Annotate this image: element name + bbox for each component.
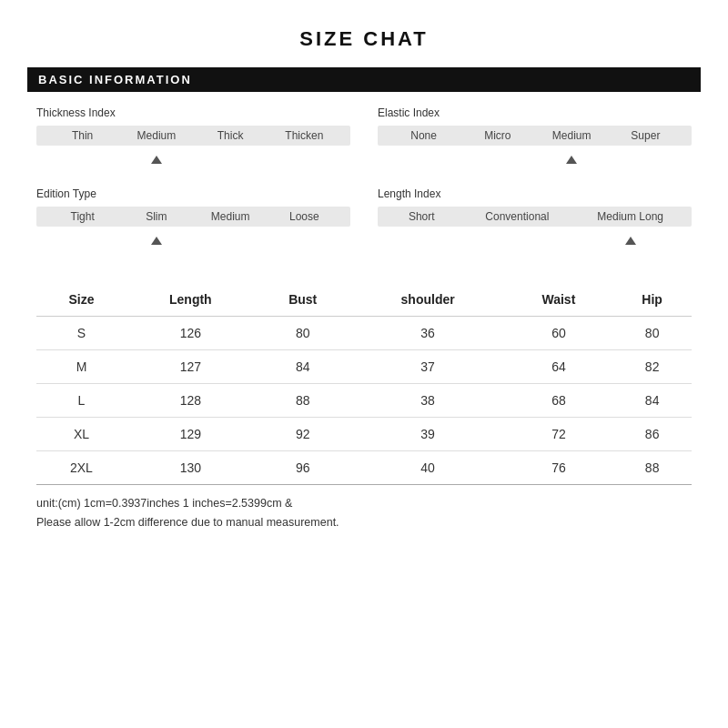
length-triangle — [625, 237, 636, 245]
table-row: XL12992397286 — [36, 418, 692, 451]
thickness-arrow — [119, 151, 193, 167]
size-table-wrapper: Size Length Bust shoulder Waist Hip S126… — [27, 283, 701, 485]
thickness-block: Thickness Index Thin Medium Thick Thicke… — [36, 106, 350, 175]
length-item-2: Medium Long — [578, 210, 682, 223]
cell-3-1: 129 — [126, 418, 255, 451]
edition-item-2: Medium — [194, 210, 268, 223]
cell-4-4: 76 — [505, 451, 613, 485]
cell-0-0: S — [36, 317, 126, 350]
section-header: BASIC INFORMATION — [27, 67, 701, 92]
cell-2-3: 38 — [351, 384, 505, 418]
elastic-label: Elastic Index — [378, 106, 692, 119]
cell-0-1: 126 — [126, 317, 255, 350]
cell-4-5: 88 — [612, 451, 692, 485]
elastic-arrow-flex — [387, 151, 682, 167]
edition-label: Edition Type — [36, 187, 350, 200]
thickness-arrow-flex — [46, 151, 341, 167]
edition-block: Edition Type Tight Slim Medium Loose — [36, 187, 350, 256]
length-bar: Short Conventional Medium Long — [378, 207, 692, 227]
length-item-0: Short — [387, 210, 456, 223]
edition-arrow-flex — [46, 232, 341, 248]
cell-1-5: 82 — [612, 350, 692, 384]
elastic-block: Elastic Index None Micro Medium Super — [378, 106, 692, 175]
footnote-1: unit:(cm) 1cm=0.3937inches 1 inches=2.53… — [36, 494, 692, 513]
thickness-item-3: Thicken — [268, 129, 341, 142]
cell-4-2: 96 — [255, 451, 351, 485]
cell-1-0: M — [36, 350, 126, 384]
thickness-item-0: Thin — [46, 129, 119, 142]
length-arrow-flex — [387, 232, 682, 248]
cell-1-3: 37 — [351, 350, 505, 384]
elastic-arrow-row — [378, 149, 692, 175]
cell-1-4: 64 — [505, 350, 613, 384]
cell-1-2: 84 — [255, 350, 351, 384]
cell-3-2: 92 — [255, 418, 351, 451]
elastic-triangle — [566, 156, 577, 164]
table-row: L12888386884 — [36, 384, 692, 418]
thickness-bar: Thin Medium Thick Thicken — [36, 126, 350, 146]
cell-2-5: 84 — [612, 384, 692, 418]
edition-arrow — [119, 232, 193, 248]
elastic-item-2: Medium — [535, 129, 609, 142]
col-shoulder: shoulder — [351, 283, 505, 317]
table-row: 2XL13096407688 — [36, 451, 692, 485]
elastic-bar: None Micro Medium Super — [378, 126, 692, 146]
cell-0-5: 80 — [612, 317, 692, 350]
col-bust: Bust — [255, 283, 351, 317]
cell-1-1: 127 — [126, 350, 255, 384]
cell-4-1: 130 — [126, 451, 255, 485]
cell-4-0: 2XL — [36, 451, 126, 485]
elastic-item-0: None — [387, 129, 460, 142]
info-grid: Thickness Index Thin Medium Thick Thicke… — [27, 106, 701, 256]
cell-0-2: 80 — [255, 317, 351, 350]
elastic-arrow — [535, 151, 609, 167]
cell-3-0: XL — [36, 418, 126, 451]
thickness-label: Thickness Index — [36, 106, 350, 119]
edition-bar: Tight Slim Medium Loose — [36, 207, 350, 227]
cell-2-0: L — [36, 384, 126, 418]
col-size: Size — [36, 283, 126, 317]
table-row: S12680366080 — [36, 317, 692, 350]
thickness-item-1: Medium — [119, 129, 193, 142]
thickness-item-2: Thick — [194, 129, 268, 142]
table-header-row: Size Length Bust shoulder Waist Hip — [36, 283, 692, 317]
elastic-item-3: Super — [609, 129, 682, 142]
page: SIZE CHAT BASIC INFORMATION Thickness In… — [0, 0, 728, 728]
cell-3-3: 39 — [351, 418, 505, 451]
length-arrow-row — [378, 230, 692, 256]
edition-item-3: Loose — [268, 210, 341, 223]
cell-4-3: 40 — [351, 451, 505, 485]
length-label: Length Index — [378, 187, 692, 200]
thickness-arrow-row — [36, 149, 350, 175]
cell-3-4: 72 — [505, 418, 613, 451]
footnotes: unit:(cm) 1cm=0.3937inches 1 inches=2.53… — [27, 485, 701, 533]
cell-2-1: 128 — [126, 384, 255, 418]
elastic-item-1: Micro — [460, 129, 534, 142]
edition-item-1: Slim — [119, 210, 193, 223]
table-row: M12784376482 — [36, 350, 692, 384]
col-waist: Waist — [505, 283, 613, 317]
cell-2-4: 68 — [505, 384, 613, 418]
col-length: Length — [126, 283, 255, 317]
cell-2-2: 88 — [255, 384, 351, 418]
col-hip: Hip — [612, 283, 692, 317]
cell-3-5: 86 — [612, 418, 692, 451]
length-item-1: Conventional — [456, 210, 578, 223]
edition-arrow-row — [36, 230, 350, 256]
footnote-2: Please allow 1-2cm difference due to man… — [36, 513, 692, 532]
edition-item-0: Tight — [46, 210, 119, 223]
size-table: Size Length Bust shoulder Waist Hip S126… — [36, 283, 692, 485]
thickness-triangle — [151, 156, 162, 164]
cell-0-3: 36 — [351, 317, 505, 350]
page-title: SIZE CHAT — [27, 18, 701, 67]
length-block: Length Index Short Conventional Medium L… — [378, 187, 692, 256]
length-arrow — [578, 232, 682, 248]
edition-triangle — [151, 237, 162, 245]
cell-0-4: 60 — [505, 317, 613, 350]
